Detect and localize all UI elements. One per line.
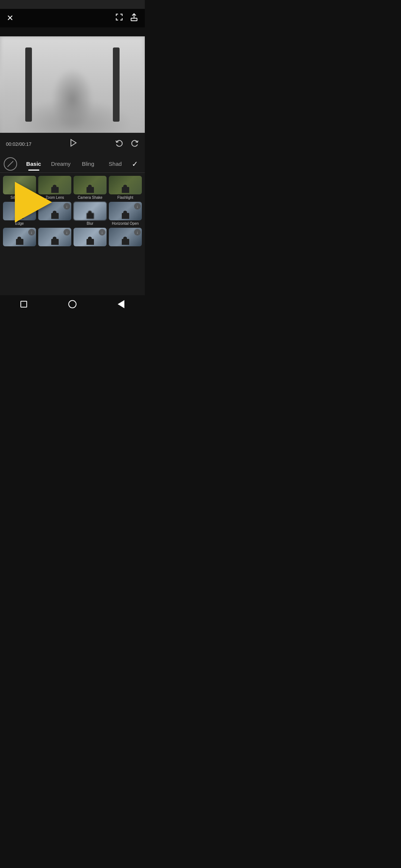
pull-up-bar-right	[113, 47, 120, 122]
filter-row-1: Silver Print Zoom Lens Camera Shake Flas…	[3, 176, 142, 200]
redo-icon[interactable]	[131, 139, 139, 149]
filter-label-horizontal-open: Horizontal Open	[112, 221, 138, 226]
filter-blur[interactable]: Blur	[74, 202, 107, 226]
filter-thumb-row3a: ↓	[3, 228, 36, 246]
filter-thumb-zoom-lens	[38, 176, 71, 194]
nav-stop-button[interactable]	[20, 301, 27, 308]
svg-marker-2	[71, 139, 76, 146]
tab-dreamy[interactable]: Dreamy	[47, 158, 74, 170]
undo-icon[interactable]	[115, 139, 123, 149]
filter-thumb-mid: ↓	[38, 202, 71, 220]
svg-rect-1	[131, 18, 137, 21]
time-display: 00:02/00:17	[6, 141, 32, 147]
tab-bling[interactable]: Bling	[75, 158, 102, 170]
download-badge-row3b: ↓	[63, 229, 70, 236]
close-icon[interactable]: ✕	[7, 13, 13, 23]
download-badge-edge: ↓	[28, 203, 35, 210]
download-badge-mid: ↓	[63, 203, 70, 210]
filter-thumb-camera-shake	[74, 176, 107, 194]
filter-label-edge: Edge	[15, 221, 24, 226]
filter-thumb-row3b: ↓	[38, 228, 71, 246]
timeline-bar: 00:02/00:17	[0, 133, 145, 155]
filter-row-3: ↓ ↓ ↓ ↓	[3, 228, 142, 246]
nav-home-button[interactable]	[68, 300, 76, 308]
filter-camera-shake[interactable]: Camera Shake	[74, 176, 107, 200]
filter-row3b[interactable]: ↓	[38, 228, 71, 246]
filter-thumb-blur	[74, 202, 107, 220]
filter-label-zoom-lens: Zoom Lens	[45, 195, 64, 200]
download-badge-row3a: ↓	[28, 229, 35, 236]
no-filter-button[interactable]	[4, 157, 17, 171]
share-icon[interactable]	[130, 13, 138, 23]
filter-flashlight[interactable]: Flashlight	[109, 176, 142, 200]
filter-label-silver-print: Silver Print	[10, 195, 28, 200]
play-button[interactable]	[69, 139, 77, 149]
filter-thumb-row3d: ↓	[109, 228, 142, 246]
pull-up-bar-left	[25, 47, 32, 122]
filter-label-blur: Blur	[87, 221, 94, 226]
filter-thumb-edge: ↓	[3, 202, 36, 220]
filter-row3d[interactable]: ↓	[109, 228, 142, 246]
timeline-controls	[115, 139, 139, 149]
bottom-panel: 00:02/00:17 Basic	[0, 133, 145, 295]
filter-mid[interactable]: ↓	[38, 202, 71, 226]
filter-label-camera-shake: Camera Shake	[78, 195, 102, 200]
tab-shad[interactable]: Shad	[102, 158, 129, 170]
filter-row3a[interactable]: ↓	[3, 228, 36, 246]
filter-row-2: ↓ Edge ↓ Blur ↓	[3, 202, 142, 226]
confirm-checkmark[interactable]: ✓	[129, 158, 141, 170]
download-badge-row3d: ↓	[134, 229, 141, 236]
tab-basic[interactable]: Basic	[20, 158, 47, 170]
nav-bar	[0, 295, 145, 313]
download-badge-row3c: ↓	[99, 229, 105, 236]
download-badge-hopen: ↓	[134, 203, 141, 210]
filter-tabs: Basic Dreamy Bling Shad ✓	[0, 155, 145, 173]
filter-thumb-silver-print	[3, 176, 36, 194]
nav-back-button[interactable]	[118, 300, 124, 308]
status-bar	[0, 0, 145, 9]
toolbar-right-icons	[115, 13, 138, 23]
top-toolbar: ✕	[0, 9, 145, 27]
expand-icon[interactable]	[115, 13, 123, 23]
filter-edge[interactable]: ↓ Edge	[3, 202, 36, 226]
filter-grid: Silver Print Zoom Lens Camera Shake Flas…	[0, 173, 145, 295]
filter-label-flashlight: Flashlight	[117, 195, 133, 200]
filter-thumb-flashlight	[109, 176, 142, 194]
filter-horizontal-open[interactable]: ↓ Horizontal Open	[109, 202, 142, 226]
filter-row3c[interactable]: ↓	[74, 228, 107, 246]
filter-thumb-row3c: ↓	[74, 228, 107, 246]
filter-zoom-lens[interactable]: Zoom Lens	[38, 176, 71, 200]
filter-thumb-horizontal-open: ↓	[109, 202, 142, 220]
filter-silver-print[interactable]: Silver Print	[3, 176, 36, 200]
